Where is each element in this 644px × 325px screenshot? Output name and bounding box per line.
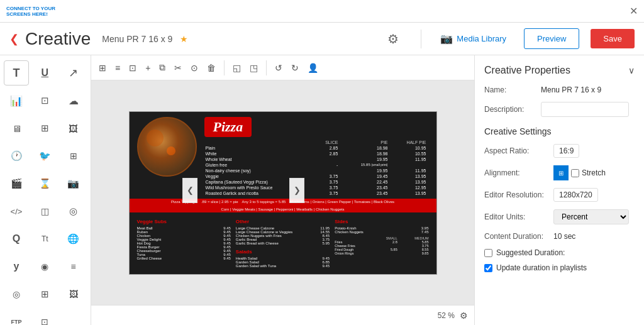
code-tool[interactable]: </> — [4, 199, 29, 224]
main-layout: T U ↗ 📊 ⊡ ☁ 🖥 ⊞ 🖼 🕐 🐦 ⊞ 🎬 ⌛ 📷 </> ◫ ◎ Q … — [0, 55, 644, 325]
toolbar-copy-icon[interactable]: ⧉ — [157, 60, 168, 75]
panel-chevron-icon[interactable]: ∨ — [628, 65, 635, 75]
content-duration-row: Content Duration: 10 sec — [484, 232, 635, 241]
gear-icon[interactable]: ⚙ — [387, 31, 399, 47]
rss-tool[interactable]: ◉ — [32, 254, 57, 279]
subtitle: Menu PR 7 16 x 9 — [102, 34, 172, 44]
update-duration-label: Update duration in playlists — [496, 263, 587, 272]
cursor-tool[interactable]: ↗ — [61, 60, 86, 85]
zoom-settings-icon[interactable]: ⚙ — [460, 311, 468, 321]
alignment-row: Alignment: ⊞ Stretch — [484, 165, 635, 180]
star-icon: ★ — [180, 34, 188, 44]
editor-units-select[interactable]: Percent Pixels — [553, 209, 629, 224]
suggested-duration-row: Suggested Duration: — [484, 248, 635, 257]
name-label: Name: — [484, 85, 541, 94]
canvas-toolbar: ⊞ ≡ ⊡ + ⧉ ✂ ⊙ 🗑 ◱ ◳ ↺ ↻ 👤 — [91, 55, 474, 80]
photo-tool[interactable]: 🖼 — [61, 282, 86, 307]
editor-resolution-value: 1280x720 — [553, 188, 598, 202]
description-row: Description: — [484, 102, 635, 117]
underline-tool[interactable]: U — [32, 60, 57, 85]
stretch-checkbox[interactable] — [571, 169, 579, 177]
alignment-label: Alignment: — [484, 168, 553, 177]
align-button[interactable]: ⊞ — [553, 165, 569, 180]
name-row: Name: Menu PR 7 16 x 9 — [484, 85, 635, 94]
suggested-duration-checkbox[interactable] — [484, 249, 492, 257]
toolbar-grid-icon[interactable]: ⊞ — [96, 60, 109, 75]
grid2-tool[interactable]: ⊞ — [32, 282, 57, 307]
transform-tool[interactable]: ⊡ — [32, 88, 57, 113]
canvas-left-nav[interactable]: ❮ — [182, 178, 197, 203]
text2-tool[interactable]: Tt — [32, 226, 57, 251]
toolbar-add-icon[interactable]: + — [143, 60, 153, 75]
canvas-viewport: Pizza SLICE PIE HALF PIE — [91, 80, 474, 305]
alignment-controls: ⊞ Stretch — [553, 165, 606, 180]
q-tool[interactable]: Q — [4, 226, 29, 251]
media-library-label: Media Library — [457, 34, 506, 43]
editor-units-row: Editor Units: Percent Pixels — [484, 209, 635, 224]
toolbar-div1 — [224, 60, 225, 75]
monitor-tool[interactable]: 🖥 — [4, 116, 29, 141]
header: ❮ Creative Menu PR 7 16 x 9 ★ ⚙ 📷 Media … — [0, 23, 644, 55]
aspect-ratio-row: Aspect Ratio: 16:9 — [484, 144, 635, 158]
dots-tool[interactable]: ⊡ — [32, 309, 57, 325]
top-bar: CONNECT TO YOUR SCREENS HERE! ✕ — [0, 0, 644, 23]
toolbar-corner1-icon[interactable]: ◱ — [230, 60, 243, 75]
bar-chart-tool[interactable]: 📊 — [4, 88, 29, 113]
widget-tool[interactable]: ⊞ — [61, 143, 86, 168]
toolbar-align-icon[interactable]: ≡ — [113, 60, 123, 75]
cloud-tool[interactable]: ☁ — [61, 88, 86, 113]
toolbar-circle-icon[interactable]: ⊙ — [188, 60, 201, 75]
content-duration-value: 10 sec — [553, 232, 575, 241]
location-tool[interactable]: ◎ — [61, 199, 86, 224]
toolbar-redo-icon[interactable]: ↻ — [289, 60, 301, 75]
close-icon[interactable]: ✕ — [630, 5, 638, 17]
editor-resolution-label: Editor Resolution: — [484, 190, 553, 199]
hourglass-tool[interactable]: ⌛ — [32, 171, 57, 196]
stretch-label: Stretch — [582, 168, 606, 177]
description-input[interactable] — [541, 102, 629, 117]
update-duration-row: Update duration in playlists — [484, 263, 635, 272]
globe-tool[interactable]: 🌐 — [61, 226, 86, 251]
panel-title: Creative Properties — [484, 65, 570, 76]
aspect-ratio-label: Aspect Ratio: — [484, 146, 553, 155]
ftp-tool[interactable]: FTP — [4, 309, 29, 325]
toolbar-cut-icon[interactable]: ✂ — [172, 60, 184, 75]
name-value: Menu PR 7 16 x 9 — [541, 85, 601, 94]
save-button[interactable]: Save — [591, 29, 635, 48]
canvas-area: ⊞ ≡ ⊡ + ⧉ ✂ ⊙ 🗑 ◱ ◳ ↺ ↻ 👤 ❮ ❯ — [91, 55, 474, 325]
layer-tool[interactable]: ◫ — [32, 199, 57, 224]
toolbar-corner2-icon[interactable]: ◳ — [247, 60, 260, 75]
film-tool[interactable]: 🎬 — [4, 171, 29, 196]
content-duration-label: Content Duration: — [484, 232, 553, 241]
media-library-button[interactable]: 📷 Media Library — [434, 33, 513, 45]
table-tool[interactable]: ⊞ — [32, 116, 57, 141]
canvas-frame: Pizza SLICE PIE HALF PIE — [129, 111, 437, 275]
editor-resolution-row: Editor Resolution: 1280x720 — [484, 188, 635, 202]
image-tool[interactable]: 🖼 — [61, 116, 86, 141]
left-sidebar: T U ↗ 📊 ⊡ ☁ 🖥 ⊞ 🖼 🕐 🐦 ⊞ 🎬 ⌛ 📷 </> ◫ ◎ Q … — [0, 55, 91, 325]
toolbar-user-icon[interactable]: 👤 — [305, 60, 321, 75]
instagram-tool[interactable]: 📷 — [61, 171, 86, 196]
preview-button[interactable]: Preview — [524, 28, 579, 49]
creative-settings-title: Creative Settings — [484, 126, 635, 136]
zoom-level: 52 % — [438, 311, 455, 320]
panel-header: Creative Properties ∨ — [484, 65, 635, 76]
editor-units-label: Editor Units: — [484, 212, 553, 221]
back-arrow[interactable]: ❮ — [9, 32, 19, 46]
suggested-duration-label: Suggested Duration: — [496, 248, 565, 257]
twitter-tool[interactable]: 🐦 — [32, 143, 57, 168]
y-tool[interactable]: y — [4, 254, 29, 279]
page-title: Creative — [25, 29, 91, 49]
canvas-right-nav[interactable]: ❯ — [289, 178, 304, 203]
toolbar-select-icon[interactable]: ⊡ — [126, 60, 139, 75]
update-duration-checkbox[interactable] — [484, 264, 492, 272]
radio-tool[interactable]: ◎ — [4, 282, 29, 307]
aspect-ratio-value: 16:9 — [553, 144, 579, 158]
clock-tool[interactable]: 🕐 — [4, 143, 29, 168]
description-label: Description: — [484, 105, 541, 114]
toolbar-delete-icon[interactable]: 🗑 — [204, 60, 218, 75]
toolbar-undo-icon[interactable]: ↺ — [272, 60, 285, 75]
text-tool[interactable]: T — [4, 60, 29, 85]
canvas-bottom-bar: 52 % ⚙ — [91, 305, 474, 325]
list2-tool[interactable]: ≡ — [61, 254, 86, 279]
